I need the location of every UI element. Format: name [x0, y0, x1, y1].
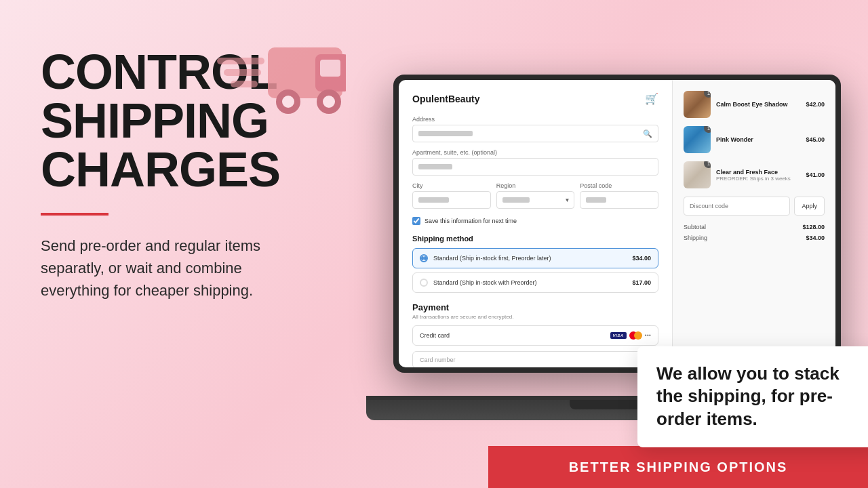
product-note-2: PREORDER: Ships in 3 weeks — [716, 176, 800, 182]
save-info-checkbox[interactable] — [412, 217, 420, 225]
location-row: City Region ▼ — [412, 182, 658, 216]
payment-section: Payment All transactions are secure and … — [412, 302, 658, 367]
shipping-price-0: $34.00 — [632, 255, 651, 262]
callout-text: We allow you to stack the shipping, for … — [656, 363, 863, 431]
address-input-wrapper: 🔍 — [412, 125, 658, 142]
svg-rect-0 — [217, 58, 264, 64]
more-cards-icon: ••• — [645, 332, 651, 339]
card-number-input[interactable]: Card number — [412, 351, 658, 367]
product-image-2: 1 — [684, 161, 711, 188]
shipping-radio-1 — [420, 279, 428, 287]
checkout-form: OpulentBeauty 🛒 Address 🔍 — [399, 80, 673, 367]
product-price-2: $41.00 — [806, 171, 825, 178]
laptop-screen-inner: OpulentBeauty 🛒 Address 🔍 — [399, 80, 835, 367]
city-input[interactable] — [412, 191, 491, 209]
svg-rect-5 — [320, 60, 340, 77]
product-badge-1: 1 — [704, 126, 711, 133]
apartment-group: Apartment, suite, etc. (optional) — [412, 149, 658, 176]
product-name-2: Clear and Fresh Face — [716, 169, 800, 176]
shipping-method-title: Shipping method — [412, 235, 658, 243]
checkout-ui: OpulentBeauty 🛒 Address 🔍 — [399, 80, 835, 367]
laptop-screen-outer: OpulentBeauty 🛒 Address 🔍 — [393, 75, 841, 373]
shipping-option-0[interactable]: Standard (Ship in-stock first, Preorder … — [412, 248, 658, 268]
product-name-0: Calm Boost Eye Shadow — [716, 101, 800, 108]
truck-icon — [210, 20, 346, 129]
store-name: OpulentBeauty — [412, 94, 480, 104]
postal-group: Postal code — [580, 182, 658, 209]
apply-button[interactable]: Apply — [794, 197, 825, 216]
shipping-method-section: Shipping method Standard (Ship in-stock … — [412, 235, 658, 293]
address-label: Address — [412, 116, 658, 123]
store-header: OpulentBeauty 🛒 — [412, 92, 658, 105]
subtotal-label: Subtotal — [684, 224, 706, 230]
svg-point-7 — [282, 96, 294, 108]
red-divider — [41, 213, 108, 216]
save-info-label: Save this information for next time — [425, 218, 517, 224]
shipping-summary-value: $34.00 — [806, 235, 825, 241]
region-label: Region — [496, 182, 575, 189]
postal-input[interactable] — [580, 191, 658, 209]
page-wrapper: CONTROL SHIPPING CHARGES Send pre-order … — [0, 0, 868, 488]
subtotal-value: $128.00 — [802, 224, 825, 230]
hero-subtitle: Send pre-order and regular items separat… — [41, 235, 298, 302]
postal-label: Postal code — [580, 182, 658, 189]
region-select[interactable]: ▼ — [496, 191, 575, 209]
shipping-label-1: Standard (Ship in-stock with Preorder) — [433, 279, 537, 286]
visa-icon: VISA — [610, 332, 627, 339]
payment-subtitle: All transactions are secure and encrypte… — [412, 314, 658, 320]
credit-card-row[interactable]: Credit card VISA ••• — [412, 325, 658, 346]
subtotal-row: Subtotal $128.00 — [684, 224, 825, 230]
save-info-row: Save this information for next time — [412, 217, 658, 225]
svg-rect-1 — [224, 69, 261, 76]
address-group: Address 🔍 — [412, 116, 658, 142]
discount-row: Apply — [684, 197, 825, 216]
shipping-option-1[interactable]: Standard (Ship in-stock with Preorder) $… — [412, 272, 658, 293]
product-item-2: 1 Clear and Fresh Face PREORDER: Ships i… — [684, 161, 825, 188]
cart-icon[interactable]: 🛒 — [645, 92, 658, 105]
product-price-1: $45.00 — [806, 136, 825, 143]
address-search-icon: 🔍 — [643, 129, 652, 138]
product-price-0: $42.00 — [806, 101, 825, 108]
svg-rect-2 — [231, 81, 258, 87]
product-item-0: 1 Calm Boost Eye Shadow $42.00 — [684, 91, 825, 118]
shipping-label-0: Standard (Ship in-stock first, Preorder … — [433, 255, 551, 262]
svg-point-9 — [323, 96, 335, 108]
card-icons: VISA ••• — [610, 331, 651, 340]
product-image-1: 1 — [684, 126, 711, 153]
order-summary: 1 Calm Boost Eye Shadow $42.00 1 — [673, 80, 835, 367]
shipping-summary-row: Shipping $34.00 — [684, 235, 825, 241]
callout-box: We allow you to stack the shipping, for … — [637, 346, 868, 447]
product-name-1: Pink Wonder — [716, 136, 800, 143]
city-group: City — [412, 182, 491, 209]
left-panel: CONTROL SHIPPING CHARGES Send pre-order … — [0, 0, 353, 488]
apartment-label: Apartment, suite, etc. (optional) — [412, 149, 658, 156]
region-group: Region ▼ — [496, 182, 575, 209]
right-panel: OpulentBeauty 🛒 Address 🔍 — [353, 0, 868, 488]
product-badge-2: 1 — [704, 161, 711, 168]
region-chevron-icon: ▼ — [564, 197, 570, 203]
product-item-1: 1 Pink Wonder $45.00 — [684, 126, 825, 153]
product-image-0: 1 — [684, 91, 711, 118]
discount-input[interactable] — [684, 197, 790, 216]
shipping-summary-label: Shipping — [684, 235, 707, 241]
payment-title: Payment — [412, 302, 658, 312]
cta-button[interactable]: BETTER SHIPPING OPTIONS — [488, 446, 868, 488]
cta-label: BETTER SHIPPING OPTIONS — [569, 460, 788, 475]
mastercard-icon — [629, 331, 642, 340]
shipping-radio-0 — [420, 254, 428, 262]
city-label: City — [412, 182, 491, 189]
product-badge-0: 1 — [704, 91, 711, 98]
apartment-input[interactable] — [412, 158, 658, 176]
credit-card-label: Credit card — [420, 332, 450, 339]
shipping-price-1: $17.00 — [632, 279, 651, 286]
